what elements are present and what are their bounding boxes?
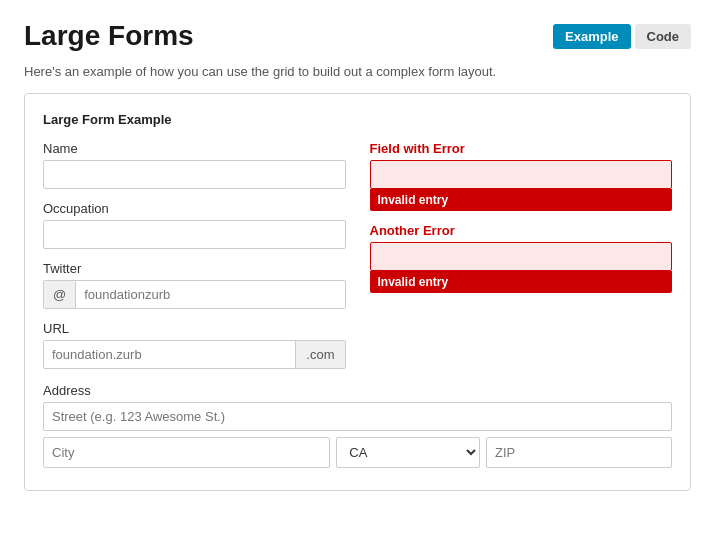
error2-group: Another Error Invalid entry [370,223,673,293]
url-group: URL .com [43,321,346,369]
occupation-input[interactable] [43,220,346,249]
right-column: Field with Error Invalid entry Another E… [370,141,673,381]
occupation-label: Occupation [43,201,346,216]
twitter-label: Twitter [43,261,346,276]
error2-input[interactable] [370,242,673,271]
page-title: Large Forms [24,20,194,52]
url-label: URL [43,321,346,336]
form-grid: Name Occupation Twitter @ URL .com [43,141,672,468]
tab-code[interactable]: Code [635,24,692,49]
state-select[interactable]: CA NY TX FL WA [336,437,480,468]
error1-message: Invalid entry [370,189,673,211]
tab-group: Example Code [553,24,691,49]
error1-group: Field with Error Invalid entry [370,141,673,211]
twitter-input-row: @ [43,280,346,309]
zip-input[interactable] [486,437,672,468]
url-input-row: .com [43,340,346,369]
city-zip-row: CA NY TX FL WA [43,437,672,468]
form-card: Large Form Example Name Occupation Twitt… [24,93,691,491]
page-subtitle: Here's an example of how you can use the… [24,64,691,79]
form-card-title: Large Form Example [43,112,672,127]
name-label: Name [43,141,346,156]
twitter-group: Twitter @ [43,261,346,309]
tab-example[interactable]: Example [553,24,630,49]
twitter-input[interactable] [76,281,344,308]
error1-label: Field with Error [370,141,673,156]
error2-message: Invalid entry [370,271,673,293]
street-input[interactable] [43,402,672,431]
name-input[interactable] [43,160,346,189]
url-suffix: .com [295,341,344,368]
url-input[interactable] [44,341,295,368]
address-label: Address [43,383,672,398]
address-section: Address CA NY TX FL WA [43,383,672,468]
twitter-at-symbol: @ [44,281,76,308]
left-column: Name Occupation Twitter @ URL .com [43,141,346,381]
error2-label: Another Error [370,223,673,238]
name-group: Name [43,141,346,189]
occupation-group: Occupation [43,201,346,249]
error1-input[interactable] [370,160,673,189]
city-input[interactable] [43,437,330,468]
